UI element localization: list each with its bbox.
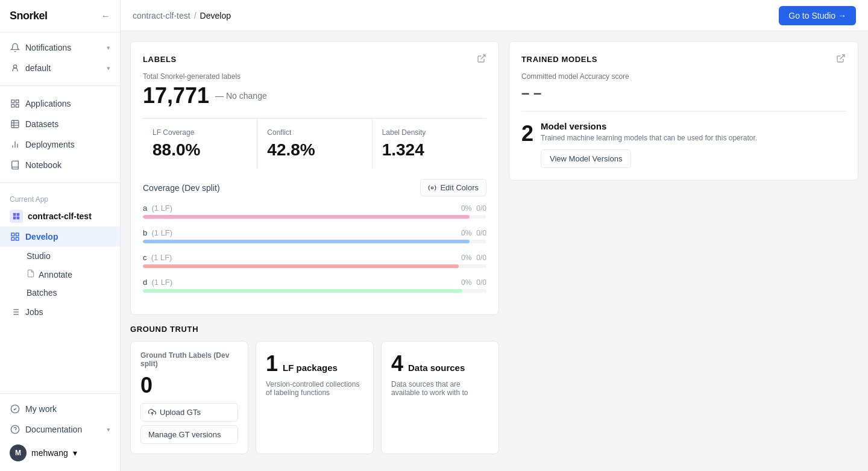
accuracy-label: Committed model Accuracy score bbox=[521, 72, 846, 81]
sidebar-item-studio[interactable]: Studio bbox=[0, 247, 120, 265]
sidebar-item-applications[interactable]: Applications bbox=[0, 93, 120, 114]
bar-fill-d bbox=[143, 289, 462, 293]
grid-icon bbox=[10, 98, 20, 109]
svg-line-32 bbox=[840, 55, 844, 59]
labels-total-label: Total Snorkel-generated labels bbox=[143, 72, 486, 81]
notebook-label: Notebook bbox=[25, 160, 61, 170]
user-menu[interactable]: M mehwang ▾ bbox=[0, 440, 120, 466]
documentation-label: Documentation bbox=[25, 425, 82, 434]
coverage-row-b: b (1 LF) 0% 0/0 bbox=[143, 228, 486, 243]
sidebar-item-workspace[interactable]: default ▾ bbox=[0, 58, 120, 78]
gt-labels-value: 0 bbox=[140, 373, 238, 398]
sidebar-item-notifications[interactable]: Notifications ▾ bbox=[0, 37, 120, 58]
sidebar-item-documentation[interactable]: Documentation ▾ bbox=[0, 419, 120, 440]
chart-icon bbox=[10, 139, 20, 150]
breadcrumb-sep: / bbox=[194, 11, 197, 20]
lf-packages-card: 1 LF packages Version-controlled collect… bbox=[256, 341, 374, 454]
labels-no-change: — No change bbox=[215, 91, 267, 101]
topbar: contract-clf-test / Develop Go to Studio… bbox=[121, 0, 868, 31]
datasets-label: Datasets bbox=[25, 119, 58, 129]
bell-icon bbox=[10, 42, 20, 53]
avatar: M bbox=[10, 444, 27, 461]
labels-card-title: LABELS bbox=[143, 55, 177, 64]
sidebar-item-jobs[interactable]: Jobs bbox=[0, 302, 120, 322]
svg-rect-12 bbox=[13, 213, 16, 216]
chevron-down-icon: ▾ bbox=[107, 44, 110, 52]
workspace-chevron-icon: ▾ bbox=[107, 64, 110, 72]
upload-gts-button[interactable]: Upload GTs bbox=[140, 403, 238, 422]
lf-sub: Version-controlled collections of labeli… bbox=[266, 380, 363, 397]
label-density-label: Label Density bbox=[382, 128, 477, 137]
workspace-icon bbox=[10, 63, 20, 73]
goto-studio-button[interactable]: Go to Studio → bbox=[779, 6, 856, 25]
coverage-pct-c: 0% bbox=[461, 254, 471, 262]
annotate-label: Annotate bbox=[39, 270, 72, 279]
help-circle-icon bbox=[10, 424, 20, 435]
sidebar-item-datasets[interactable]: Datasets bbox=[0, 114, 120, 134]
svg-point-30 bbox=[432, 187, 434, 189]
lf-label: LF packages bbox=[283, 363, 338, 373]
sidebar-item-mywork[interactable]: My work bbox=[0, 399, 120, 419]
svg-rect-4 bbox=[16, 104, 19, 107]
breadcrumb-project[interactable]: contract-clf-test bbox=[133, 11, 190, 20]
app-grid-icon bbox=[10, 210, 23, 223]
trained-models-link-icon[interactable] bbox=[836, 54, 846, 65]
lf-coverage-metric: LF Coverage 88.0% bbox=[143, 119, 257, 169]
coverage-label-b: b (1 LF) bbox=[143, 228, 172, 237]
labels-external-link-icon[interactable] bbox=[477, 54, 486, 65]
annotate-icon bbox=[27, 269, 35, 279]
notifications-label: Notifications bbox=[25, 43, 71, 52]
sidebar-item-annotate[interactable]: Annotate bbox=[0, 265, 120, 284]
lf-coverage-value: 88.0% bbox=[153, 140, 247, 160]
lf-count-row: 1 LF packages bbox=[266, 351, 363, 376]
trained-models-title: TRAINED MODELS bbox=[521, 55, 597, 64]
svg-rect-17 bbox=[16, 233, 19, 236]
sidebar-item-deployments[interactable]: Deployments bbox=[0, 134, 120, 155]
coverage-ratio-c: 0/0 bbox=[476, 254, 486, 262]
sidebar-current-app[interactable]: contract-clf-test bbox=[0, 206, 120, 226]
sidebar: Snorkel ← Notifications ▾ default ▾ Appl… bbox=[0, 0, 121, 471]
bar-track-b bbox=[143, 240, 486, 243]
circle-check-icon bbox=[10, 404, 20, 414]
sidebar-item-batches[interactable]: Batches bbox=[0, 284, 120, 302]
edit-colors-button[interactable]: Edit Colors bbox=[420, 179, 486, 196]
app-name-text: contract-clf-test bbox=[28, 211, 92, 221]
develop-label: Develop bbox=[25, 232, 58, 242]
label-density-value: 1.324 bbox=[382, 140, 477, 160]
conflict-value: 42.8% bbox=[267, 140, 362, 160]
ground-truth-title: GROUND TRUTH bbox=[130, 325, 499, 334]
svg-rect-14 bbox=[13, 217, 16, 220]
gt-labels-card: Ground Truth Labels (Dev split) 0 Upload… bbox=[130, 341, 248, 454]
lf-coverage-label: LF Coverage bbox=[153, 128, 247, 137]
manage-gt-versions-button[interactable]: Manage GT versions bbox=[140, 425, 238, 444]
collapse-button[interactable]: ← bbox=[101, 11, 111, 22]
svg-rect-15 bbox=[17, 217, 20, 220]
develop-icon bbox=[10, 231, 20, 242]
view-model-versions-button[interactable]: View Model Versions bbox=[541, 149, 631, 168]
gt-cards-row: Ground Truth Labels (Dev split) 0 Upload… bbox=[130, 341, 499, 454]
user-chevron-icon: ▾ bbox=[73, 448, 77, 458]
coverage-pct-a: 0% bbox=[461, 204, 471, 213]
ds-count-row: 4 Data sources bbox=[391, 351, 489, 376]
coverage-label-d: d (1 LF) bbox=[143, 278, 172, 287]
app-logo: Snorkel bbox=[10, 10, 48, 22]
jobs-label: Jobs bbox=[25, 307, 43, 317]
coverage-row-a: a (1 LF) 0% 0/0 bbox=[143, 204, 486, 219]
upload-gts-label: Upload GTs bbox=[160, 408, 201, 417]
svg-rect-2 bbox=[16, 100, 19, 103]
svg-rect-18 bbox=[11, 237, 14, 240]
bar-track-a bbox=[143, 215, 486, 219]
workspace-label: default bbox=[25, 63, 51, 73]
svg-rect-3 bbox=[11, 104, 14, 107]
labels-card: LABELS Total Snorkel-generated labels 17… bbox=[130, 41, 499, 315]
sidebar-item-develop[interactable]: Develop bbox=[0, 226, 120, 247]
gt-actions: Upload GTs Manage GT versions bbox=[140, 403, 238, 444]
sidebar-item-notebook[interactable]: Notebook bbox=[0, 155, 120, 175]
lf-count: 1 bbox=[266, 351, 278, 376]
gt-labels-card-label: Ground Truth Labels (Dev split) bbox=[140, 351, 238, 368]
book-icon bbox=[10, 160, 20, 170]
svg-line-29 bbox=[481, 55, 485, 59]
breadcrumb-current: Develop bbox=[200, 11, 231, 20]
coverage-row-d: d (1 LF) 0% 0/0 bbox=[143, 278, 486, 293]
breadcrumb: contract-clf-test / Develop bbox=[133, 11, 231, 20]
